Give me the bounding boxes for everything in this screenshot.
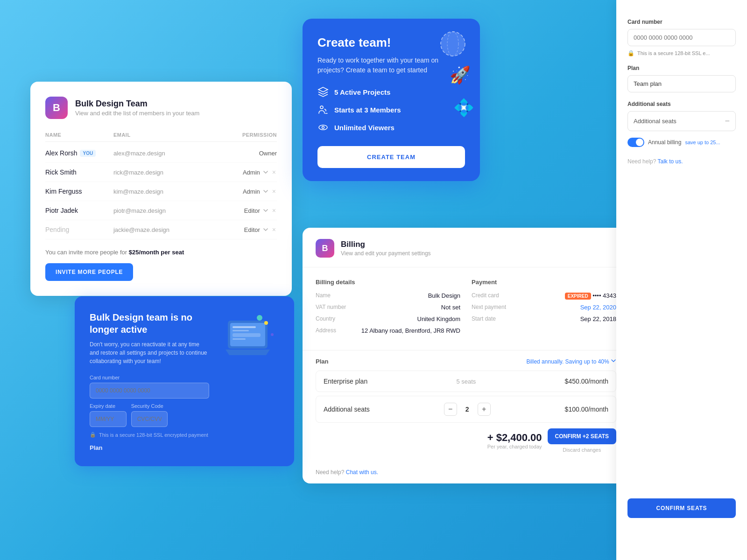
address-label: Address — [316, 327, 336, 334]
chat-link[interactable]: Chat with us. — [346, 469, 378, 476]
seats-plus-button[interactable]: + — [478, 403, 491, 416]
billing-brand-logo: B — [316, 239, 334, 258]
country-label: Country — [316, 315, 335, 322]
seats-minus-button[interactable]: − — [725, 116, 730, 126]
plan-section-header: Plan Billed annually. Saving up to 40% — [316, 350, 616, 371]
security-input[interactable] — [131, 411, 168, 427]
eye-icon — [317, 122, 329, 133]
payment-section: Payment Credit card EXPIRED •••• 4343 Ne… — [472, 279, 616, 339]
plan-field-label: Plan — [627, 65, 736, 71]
team-card-title-group: Bulk Design Team View and edit the list … — [75, 99, 199, 117]
billing-body: Billing details Name Bulk Design VAT num… — [303, 267, 629, 350]
help-text: Need help? Chat with us. — [316, 469, 378, 476]
laptop-illustration — [218, 311, 279, 369]
annual-billing-label: Annual billing — [648, 139, 681, 146]
member-permission: Editor × — [209, 226, 277, 233]
inactive-team-card: Bulk Design team is no longer active Don… — [75, 296, 294, 466]
member-permission: Admin × — [209, 188, 277, 195]
remove-member-button[interactable]: × — [271, 207, 277, 214]
card-number-row — [90, 383, 209, 399]
billing-title: Billing — [341, 240, 431, 249]
plan-price: $450.00/month — [565, 378, 608, 385]
svg-point-12 — [257, 315, 262, 321]
address-value: 12 Albany road, Brentford, JR8 RWD — [361, 327, 460, 334]
additional-seats-label-text: Additional seats — [634, 118, 677, 125]
invite-info: You can invite more people for $25/month… — [45, 249, 277, 256]
remove-member-button[interactable]: × — [271, 226, 277, 233]
chevron-down-icon — [611, 358, 616, 364]
svg-rect-8 — [233, 326, 256, 328]
confirm-area: + $2,400.00 Per year, charged today CONF… — [316, 428, 616, 453]
discard-changes-button[interactable]: Discard changes — [548, 447, 616, 453]
chevron-down-icon[interactable] — [263, 208, 268, 213]
billing-address-row: Address 12 Albany road, Brentford, JR8 R… — [316, 327, 460, 334]
svg-rect-10 — [233, 333, 261, 337]
card-number-input[interactable] — [627, 29, 736, 46]
expiry-security-row: Expiry date Security Code — [90, 403, 209, 427]
invite-more-people-button[interactable]: INVITE MORE PEOPLE — [45, 263, 133, 281]
talk-to-us-link[interactable]: Talk to us. — [658, 158, 683, 165]
chevron-down-icon[interactable] — [263, 169, 268, 175]
billing-footer: Need help? Chat with us. — [303, 462, 629, 483]
card-number-input[interactable] — [90, 383, 209, 399]
chevron-down-icon[interactable] — [263, 227, 268, 232]
seats-count: 2 — [463, 406, 472, 413]
inactive-description: Don't worry, you can reactivate it at an… — [90, 340, 209, 365]
member-name: Kim Ferguss — [45, 188, 113, 195]
billing-name-row: Name Bulk Design — [316, 292, 460, 299]
security-label: Security Code — [131, 403, 168, 409]
lock-icon: 🔒 — [627, 50, 634, 56]
col-permission-header: PERMISSION — [209, 132, 277, 138]
permission-label: Owner — [259, 150, 277, 157]
next-payment-value: Sep 22, 2020 — [580, 304, 616, 311]
sphere-decoration — [439, 30, 467, 58]
svg-point-13 — [264, 321, 268, 325]
billing-country-row: Country United Kingdom — [316, 315, 460, 322]
create-team-button[interactable]: CREATE TEAM — [317, 146, 465, 168]
seats-control: − 2 + — [444, 403, 491, 416]
col-name-header: NAME — [45, 132, 113, 138]
layers-icon — [317, 86, 329, 98]
svg-rect-9 — [233, 330, 249, 331]
inactive-reactivate-form: Card number Expiry date Security Code 🔒 … — [90, 375, 209, 451]
list-item: Unlimited Viewers — [317, 122, 465, 133]
country-value: United Kingdom — [417, 315, 461, 322]
billing-card: B Billing View and edit your payment set… — [303, 228, 629, 483]
confirm-seats-button[interactable]: CONFIRM +2 SEATS — [548, 428, 616, 444]
inactive-team-text: Bulk Design team is no longer active Don… — [90, 311, 209, 451]
lock-icon: 🔒 — [90, 432, 96, 438]
member-email: rick@maze.design — [113, 169, 209, 176]
team-members-card: B Bulk Design Team View and edit the lis… — [30, 82, 292, 296]
team-brand-logo: B — [45, 97, 68, 119]
member-permission: Admin × — [209, 168, 277, 176]
remove-member-button[interactable]: × — [271, 188, 277, 195]
price-summary: + $2,400.00 Per year, charged today — [487, 432, 542, 449]
start-date-value: Sep 22, 2018 — [580, 315, 616, 322]
plan-name: Enterprise plan — [324, 378, 367, 385]
name-value: Bulk Design — [428, 292, 460, 299]
seats-minus-button[interactable]: − — [444, 403, 457, 416]
permission-label: Editor — [244, 207, 260, 214]
additional-seats-label: Additional seats — [324, 406, 370, 413]
inactive-ssl-notice: 🔒 This is a secure 128-bit SSL encrypted… — [90, 432, 209, 438]
annual-billing-toggle[interactable] — [627, 138, 644, 147]
plan-select[interactable]: Team plan — [627, 75, 736, 92]
plan-section-title: Plan — [316, 358, 328, 365]
save-badge: save up to 25... — [685, 140, 720, 145]
svg-point-14 — [271, 333, 274, 336]
billing-title-group: Billing View and edit your payment setti… — [341, 240, 431, 257]
remove-member-button[interactable]: × — [271, 168, 277, 176]
start-date-label: Start date — [472, 315, 496, 322]
billing-header: B Billing View and edit your payment set… — [303, 228, 629, 267]
expiry-input[interactable] — [90, 411, 127, 427]
create-team-description: Ready to work together with your team on… — [317, 56, 465, 75]
enterprise-plan-row: Enterprise plan 5 seats $450.00/month — [316, 371, 616, 392]
users-icon — [317, 104, 329, 115]
billing-subtitle: View and edit your payment settings — [341, 250, 431, 257]
chevron-down-icon[interactable] — [263, 189, 268, 194]
billing-vat-row: VAT number Not set — [316, 304, 460, 311]
panel-help-text: Need help? Talk to us. — [627, 158, 736, 165]
next-payment-row: Next payment Sep 22, 2020 — [472, 304, 616, 311]
confirm-seats-panel-button[interactable]: CONFIRM SEATS — [627, 498, 736, 518]
confirm-buttons: CONFIRM +2 SEATS Discard changes — [548, 428, 616, 453]
